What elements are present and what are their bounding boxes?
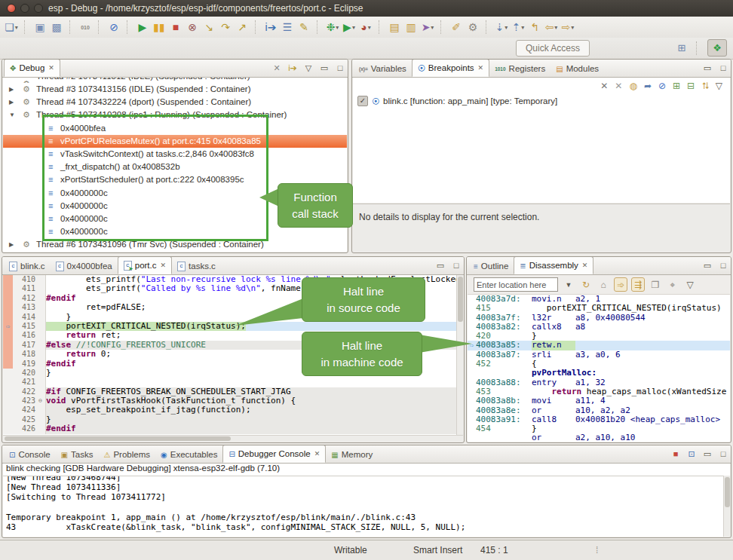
next-annotation-icon[interactable]: ⇣▾ xyxy=(493,19,510,35)
run-external-icon[interactable]: ▥ xyxy=(403,19,419,35)
code-line[interactable]: 423⊖void vPortFirstTaskHook(TaskFunction… xyxy=(3,396,463,405)
code-line[interactable]: 422#if CONFIG_FREERTOS_BREAK_ON_SCHEDULE… xyxy=(3,387,463,396)
code-line[interactable]: 426#endif xyxy=(3,424,463,433)
location-dropdown[interactable]: ▼ xyxy=(562,277,575,292)
disassembly-row[interactable]: 40083a91:call80x40081b20 <heap_caps_mall… xyxy=(468,415,730,424)
sync-selection-icon[interactable]: ⇶ xyxy=(631,277,645,292)
tab-tasks-c[interactable]: ctasks.c xyxy=(172,258,221,274)
tab-console[interactable]: ⊡Console xyxy=(4,446,56,463)
thread-row[interactable]: ▶⚙Thread #3 1073413156 (IDLE) (Suspended… xyxy=(3,83,347,96)
minimize-button[interactable] xyxy=(20,4,29,13)
tab-problems[interactable]: ⚠Problems xyxy=(98,446,155,463)
code-line[interactable]: ⇨415 portEXIT_CRITICAL_NESTED(irqStatus)… xyxy=(3,322,463,331)
minimize-icon[interactable]: ▭ xyxy=(702,449,713,459)
debug-perspective-button[interactable]: ❖ xyxy=(707,39,727,57)
editor-vscroll-thumb[interactable] xyxy=(458,277,463,322)
remove-all-breakpoints-icon[interactable]: ✕ xyxy=(615,81,622,91)
editor-hscrollbar[interactable] xyxy=(3,435,463,442)
expand-arrow-icon[interactable]: ▼ xyxy=(9,109,15,121)
collapse-all-icon[interactable]: ⊟ xyxy=(687,81,695,91)
previous-annotation-icon[interactable]: ⇡▾ xyxy=(510,19,526,35)
tab-outline[interactable]: ≡Outline xyxy=(468,258,514,274)
pin-icon[interactable]: ⌖ xyxy=(666,277,679,292)
debug-icon[interactable]: ❉▾ xyxy=(324,19,341,35)
close-button[interactable] xyxy=(7,4,16,13)
tab-debug[interactable]: ✥Debug✕ xyxy=(4,59,60,77)
expand-arrow-icon[interactable]: ▶ xyxy=(9,238,14,251)
console-vscroll-thumb[interactable] xyxy=(725,477,730,507)
expand-arrow-icon[interactable]: ▶ xyxy=(9,83,14,96)
home-icon[interactable]: ⌂ xyxy=(597,277,610,292)
tab-modules[interactable]: ▤Modules xyxy=(551,60,604,77)
mark-occurrences-icon[interactable]: ✐ xyxy=(448,19,465,35)
disassembly-row[interactable]: 452{ xyxy=(468,360,730,369)
stack-frame-row[interactable]: ≡vPortCPUReleaseMutex() at port.c:415 0x… xyxy=(3,135,347,148)
disassembly-row[interactable]: 40083a8e:ora10, a2, a2 xyxy=(468,406,730,415)
close-icon[interactable]: ✕ xyxy=(161,262,167,269)
instruction-stepping-toggle-icon[interactable]: i➔ xyxy=(287,63,298,73)
forward-icon[interactable]: ⇨▾ xyxy=(560,19,576,35)
close-icon[interactable]: ✕ xyxy=(48,64,54,72)
stack-frame-row[interactable]: ≡_frxt_dispatch() at 0x4008532b xyxy=(3,161,347,173)
binary-icon[interactable]: 010 xyxy=(77,19,94,35)
stack-frame-row[interactable]: ≡vTaskSwitchContext() at tasks.c:2,846 0… xyxy=(3,148,347,161)
use-step-filters-icon[interactable]: ✎ xyxy=(296,19,312,35)
breakpoint-row[interactable]: ✓ ⦿ blink.c [function: app_main] [type: … xyxy=(353,94,730,108)
step-return-icon[interactable]: ↗ xyxy=(234,19,250,35)
editor-hscroll-thumb[interactable] xyxy=(5,436,231,441)
tab-port-c[interactable]: c➤port.c✕ xyxy=(118,256,172,274)
thread-row[interactable]: ▼⚙Thread #5 1073410208 (ipc1 : Running) … xyxy=(3,109,347,121)
maximize-icon[interactable]: □ xyxy=(335,63,345,72)
code-line[interactable]: 424 esp_set_breakpoint_if_jtag(function)… xyxy=(3,405,463,415)
disassembly-row[interactable]: 40083a87:srlia3, a0, 6 xyxy=(468,350,730,360)
disconnect-icon[interactable]: ⊗ xyxy=(184,19,201,35)
tab-breakpoints[interactable]: ⦿Breakpoints✕ xyxy=(412,59,489,77)
minimize-icon[interactable]: ▭ xyxy=(702,261,713,271)
console-output[interactable]: [New Thread 1073468744][New Thread 10734… xyxy=(3,476,730,537)
expand-all-icon[interactable]: ⊞ xyxy=(673,81,680,91)
disassembly-row[interactable]: pvPortMalloc: xyxy=(468,369,730,378)
maximize-icon[interactable]: □ xyxy=(718,63,728,72)
instruction-stepping-icon[interactable]: i➔ xyxy=(262,19,279,35)
breakpoint-checkbox[interactable]: ✓ xyxy=(357,96,368,106)
maximize-icon[interactable]: □ xyxy=(718,261,728,270)
minimize-icon[interactable]: ▭ xyxy=(702,63,713,73)
show-breakpoints-for-icon[interactable]: ◍ xyxy=(629,81,636,91)
disassembly-listing[interactable]: 40083a7d:movi.na2, 1415 portEXIT_CRITICA… xyxy=(468,295,730,442)
quick-access-button[interactable]: Quick Access xyxy=(516,40,590,57)
disassembly-row[interactable]: 40083a8b:movia11, 4 xyxy=(468,396,730,405)
drop-to-frame-icon[interactable]: ☰ xyxy=(279,19,296,35)
back-icon[interactable]: ⇦▾ xyxy=(543,19,560,35)
editor-vscrollbar[interactable] xyxy=(456,275,464,436)
tab-executables[interactable]: ◉Executables xyxy=(155,446,222,463)
disassembly-row[interactable]: ora2, a10, a10 xyxy=(468,433,730,442)
maximize-icon[interactable]: □ xyxy=(718,449,728,458)
step-over-icon[interactable]: ↷ xyxy=(217,19,234,35)
view-menu-icon[interactable]: ▽ xyxy=(303,63,314,73)
thread-row[interactable]: ⚙Thread #2 1073411512 (IDLE) (Suspended … xyxy=(3,78,347,83)
maximize-icon[interactable]: □ xyxy=(451,261,462,270)
tab-blink-c[interactable]: cblink.c xyxy=(4,258,51,274)
stack-frame-row[interactable]: ≡0x4000bfea xyxy=(3,122,347,135)
external-tools-icon[interactable]: ➤▾ xyxy=(419,19,436,35)
console-vscrollbar[interactable] xyxy=(723,476,731,537)
remove-all-terminated-icon[interactable]: ✕ xyxy=(271,63,282,73)
thread-row[interactable]: ▶⚙Thread #6 1073431096 (Tmr Svc) (Suspen… xyxy=(3,238,347,251)
last-edit-location-icon[interactable]: ↰ xyxy=(526,19,543,35)
code-line[interactable]: 425} xyxy=(3,415,463,424)
refresh-icon[interactable]: ↻ xyxy=(579,277,593,292)
tab-tasks[interactable]: ▣Tasks xyxy=(56,446,99,463)
minimize-icon[interactable]: ▭ xyxy=(435,261,446,271)
close-icon[interactable]: ✕ xyxy=(582,262,588,269)
close-icon[interactable]: ✕ xyxy=(314,450,320,457)
skip-all-breakpoints-icon[interactable]: ⊘ xyxy=(106,19,122,35)
follow-pc-icon[interactable]: ➾ xyxy=(614,277,627,292)
open-perspective-button[interactable]: ⊞ xyxy=(672,39,692,57)
expand-arrow-icon[interactable]: ▶ xyxy=(9,96,14,109)
save-icon[interactable]: ▣ xyxy=(32,19,48,35)
save-all-icon[interactable]: ▩ xyxy=(48,19,65,35)
tab-variables[interactable]: (x)=Variables xyxy=(354,60,412,77)
maximize-button[interactable] xyxy=(34,4,43,13)
tab-disassembly[interactable]: ≣Disassembly✕ xyxy=(514,256,593,274)
profile-icon[interactable]: ◕▾ xyxy=(357,19,374,35)
